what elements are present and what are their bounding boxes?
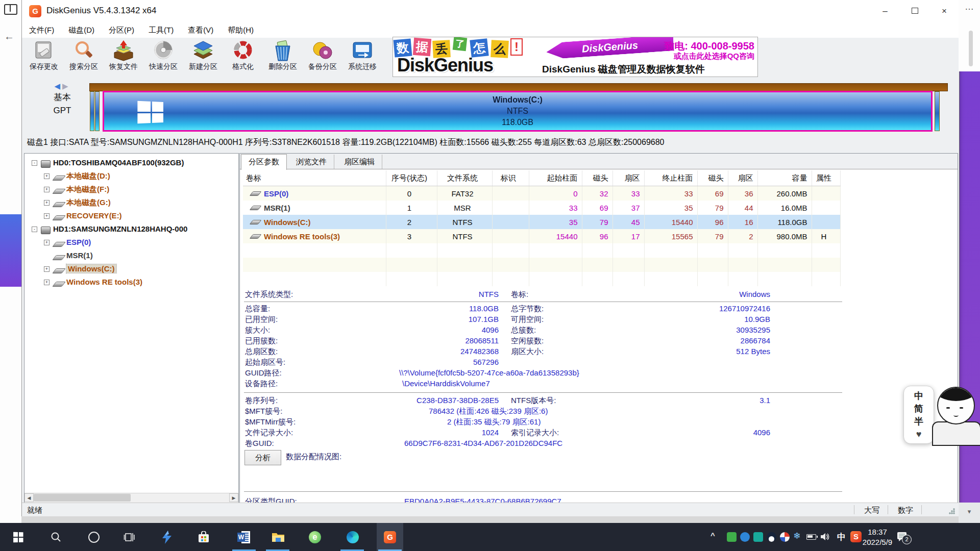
column-header[interactable]: 磁头 [697,170,728,186]
maximize-button[interactable] [900,0,929,22]
partition-bar-windows-c[interactable]: Windows(C:) NTFS 118.0GB [103,91,933,132]
notification-button[interactable]: 2 [896,531,909,545]
expander-icon[interactable]: + [44,187,50,192]
sogou-tray-icon[interactable]: S [850,531,862,542]
expander-icon[interactable]: - [32,227,37,232]
tree-item-hd0[interactable]: - HD0:TOSHIBAMQ04ABF100(932GB) [24,157,238,170]
expander-icon[interactable]: + [44,280,50,285]
minimize-button[interactable]: – [870,0,900,22]
task-view-button[interactable] [117,523,141,551]
tree-item-local-g[interactable]: + 本地磁盘(G:) [24,196,238,210]
tray-icon-blue-app[interactable] [740,532,750,542]
table-row-msr[interactable]: MSR(1) 1 MSR 33 69 37 35 79 44 16.0MB [243,201,840,215]
tray-icon-battery[interactable] [806,534,816,540]
tree-item-local-d[interactable]: + 本地磁盘(D:) [24,170,238,183]
background-scrollbar[interactable] [969,31,973,66]
format-button[interactable]: 格式化 [223,38,263,78]
column-header[interactable]: 扇区 [728,170,757,186]
column-header[interactable]: 卷标 [243,170,386,186]
table-row-windows-c[interactable]: Windows(C:) 2 NTFS 35 79 45 15440 96 16 … [243,215,840,229]
column-header[interactable]: 终止柱面 [644,170,697,186]
column-header[interactable]: 文件系统 [437,170,492,186]
more-dots-icon[interactable]: … [959,0,980,13]
ad-qq-line[interactable]: 或点击此处选择QQ咨询 [674,52,754,61]
expander-icon[interactable]: + [44,173,50,179]
expander-icon[interactable]: + [44,266,50,272]
pinned-app-explorer[interactable] [266,523,290,551]
analyze-button[interactable]: 分析 [244,450,281,465]
table-row-windows-re[interactable]: Windows RE tools(3) 3 NTFS 15440 96 17 1… [243,229,840,243]
nav-left-icon[interactable]: ◀ [54,82,62,90]
menu-disk[interactable]: 磁盘(D) [61,22,102,38]
menu-help[interactable]: 帮助(H) [220,22,261,38]
expander-icon[interactable]: + [44,200,50,206]
pinned-app-360browser[interactable]: e [303,523,327,551]
tab-browse-files[interactable]: 浏览文件 [289,155,334,169]
tree-horizontal-scrollbar[interactable]: ◀ ▶ [24,493,238,503]
menu-partition[interactable]: 分区(P) [102,22,141,38]
taskbar-search-button[interactable] [44,523,68,551]
recover-files-button[interactable]: 恢复文件 [104,38,143,78]
tray-icon-snowflake[interactable]: ❄ [793,531,800,541]
partition-bar-msr[interactable] [95,91,100,131]
tree-item-recovery-e[interactable]: + RECOVERY(E:) [24,210,238,223]
scroll-left-icon[interactable]: ◀ [24,493,34,502]
scrollbar-thumb[interactable] [34,494,131,502]
delete-partition-button[interactable]: 删除分区 [263,38,303,78]
column-header[interactable]: 起始柱面 [529,170,582,186]
expander-icon[interactable]: + [44,240,50,245]
ime-heart-icon[interactable]: ♥ [916,429,922,439]
tree-item-windows-c[interactable]: + Windows(C:) [24,263,238,276]
scroll-right-icon[interactable]: ▶ [229,493,238,502]
partition-bar-esp[interactable] [90,91,94,131]
menu-view[interactable]: 查看(V) [181,22,220,38]
tray-icon-qq[interactable] [767,532,776,542]
column-header[interactable]: 容量 [757,170,812,186]
menu-tools[interactable]: 工具(T) [141,22,181,38]
search-partition-button[interactable]: 搜索分区 [64,38,104,78]
back-arrow-icon[interactable]: ← [4,31,14,42]
save-changes-button[interactable]: 保存更改 [24,38,64,78]
tray-icon-pinwheel[interactable] [780,532,790,542]
ime-mode-halfwidth[interactable]: 半 [914,416,923,427]
ime-mode-chinese[interactable]: 中 [914,391,923,401]
tab-sector-edit[interactable]: 扇区编辑 [337,155,382,169]
pinned-app-store[interactable] [191,523,216,551]
pinned-app-lightning[interactable] [155,523,179,551]
tree-item-esp[interactable]: + ESP(0) [24,236,238,249]
tree-item-hd1[interactable]: - HD1:SAMSUNGMZNLN128HAHQ-000 [24,223,238,236]
background-scroll-down[interactable]: ▾ [959,503,980,523]
column-header[interactable]: 序号(状态) [386,170,437,186]
column-header[interactable]: 磁头 [582,170,612,186]
start-button[interactable] [6,523,31,551]
expander-icon[interactable]: - [32,160,37,166]
ime-floating-panel[interactable]: 中 简 半 ♥ [903,386,934,444]
tray-icon-teal-app[interactable] [753,532,763,542]
system-migration-button[interactable]: 系统迁移 [342,38,382,78]
partition-bar-re-tools[interactable] [935,91,940,131]
backup-partition-button[interactable]: 备份分区 [303,38,342,78]
expander-icon[interactable]: + [44,213,50,219]
taskbar-diskgenius-button[interactable]: G [378,523,402,551]
new-partition-button[interactable]: 新建分区 [183,38,223,78]
ad-banner[interactable]: 数 据 丢 了 怎 么 ! DiskGenius DiskGenius 致电: … [393,37,758,77]
table-row-esp[interactable]: ESP(0) 0 FAT32 0 32 33 33 69 36 260.0MB [243,186,840,201]
tab-partition-params[interactable]: 分区参数 [241,154,287,170]
tray-chevron-icon[interactable]: ^ [710,531,715,540]
ime-indicator[interactable]: 中 [837,531,846,543]
column-header[interactable]: 扇区 [612,170,644,186]
tree-item-local-f[interactable]: + 本地磁盘(F:) [24,183,238,196]
tree-item-msr[interactable]: MSR(1) [24,249,238,263]
pinned-app-edge[interactable] [340,523,365,551]
pinned-app-word[interactable]: W [232,523,256,551]
tree-item-windows-re[interactable]: + Windows RE tools(3) [24,276,238,289]
menu-file[interactable]: 文件(F) [22,22,61,38]
cortana-button[interactable] [82,523,106,551]
close-button[interactable]: × [929,0,959,22]
tray-icon-security[interactable] [727,532,737,542]
resize-grip[interactable] [949,508,955,514]
quick-partition-button[interactable]: 快速分区 [143,38,183,78]
column-header[interactable]: 属性 [812,170,840,186]
nav-right-icon[interactable]: ▶ [62,82,70,90]
column-header[interactable]: 标识 [492,170,529,186]
